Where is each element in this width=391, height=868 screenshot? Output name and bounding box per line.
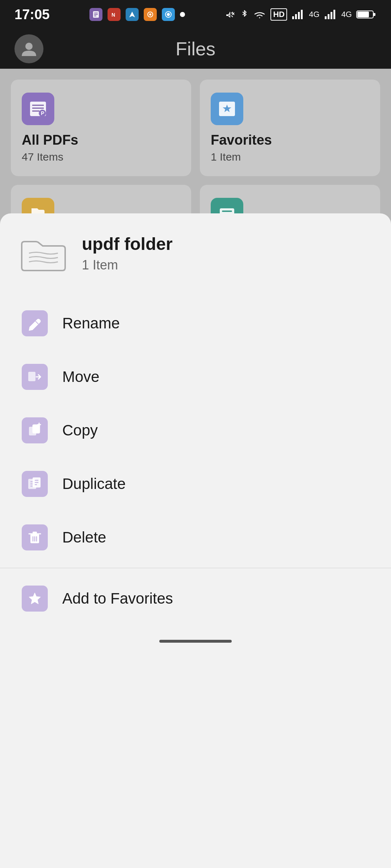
rename-label: Rename <box>62 315 120 332</box>
rename-icon-wrapper <box>22 310 48 336</box>
page-header: Files <box>0 29 391 69</box>
home-indicator <box>159 640 232 643</box>
delete-icon-wrapper <box>22 524 48 550</box>
folder-name-favorites: Favorites <box>211 132 369 148</box>
move-icon-wrapper <box>22 364 48 390</box>
network-label-1: 4G <box>309 10 319 19</box>
app-icon-2: N <box>108 8 121 21</box>
sheet-folder-icon <box>18 231 69 275</box>
svg-rect-17 <box>333 10 335 19</box>
battery-icon <box>356 9 377 20</box>
page-title: Files <box>176 38 215 60</box>
status-right-icons: HD 4G 4G <box>225 8 377 21</box>
status-app-icons: N <box>89 8 185 21</box>
svg-rect-49 <box>33 532 37 534</box>
svg-rect-34 <box>28 372 35 381</box>
trash-icon <box>27 529 43 545</box>
status-bar: 17:05 N HD 4G 4G <box>0 0 391 29</box>
sheet-folder-count: 1 Item <box>82 258 173 273</box>
svg-point-21 <box>25 43 33 50</box>
menu-item-duplicate[interactable]: Duplicate <box>0 457 391 511</box>
delete-label: Delete <box>62 529 106 546</box>
signal-icon-1 <box>291 9 304 20</box>
add-favorites-label: Add to Favorites <box>62 590 173 607</box>
sheet-folder-info: updf folder 1 Item <box>82 234 173 273</box>
copy-label: Copy <box>62 422 98 439</box>
app-icon-4 <box>144 8 157 21</box>
svg-rect-31 <box>222 210 232 212</box>
svg-rect-16 <box>331 12 332 19</box>
menu-list: Rename Move Copy <box>0 289 391 633</box>
svg-rect-14 <box>325 16 327 19</box>
copy-icon <box>27 422 43 438</box>
menu-item-rename[interactable]: Rename <box>0 297 391 350</box>
svg-rect-12 <box>298 12 300 19</box>
star-icon <box>27 591 43 607</box>
svg-text:N: N <box>112 12 115 18</box>
folder-icon-favorites <box>211 93 243 125</box>
folder-icon-all-pdfs: P <box>22 93 54 125</box>
menu-divider <box>0 568 391 568</box>
context-menu-sheet: updf folder 1 Item Rename Move <box>0 213 391 868</box>
folder-name-all-pdfs: All PDFs <box>22 132 180 148</box>
signal-icon-2 <box>324 9 337 20</box>
move-icon <box>27 369 43 385</box>
app-icon-3 <box>126 8 139 21</box>
svg-rect-10 <box>292 16 294 19</box>
mute-icon <box>225 9 236 20</box>
favorites-icon-wrapper <box>22 586 48 612</box>
menu-item-delete[interactable]: Delete <box>0 511 391 564</box>
sheet-folder-name: updf folder <box>82 234 173 254</box>
folder-card-favorites[interactable]: Favorites 1 Item <box>200 80 380 176</box>
bluetooth-icon <box>240 9 249 20</box>
folder-count-favorites: 1 Item <box>211 151 369 163</box>
folder-count-all-pdfs: 47 Items <box>22 151 180 163</box>
user-avatar[interactable] <box>14 34 43 63</box>
network-label-2: 4G <box>341 10 352 19</box>
folder-card-all-pdfs[interactable]: P All PDFs 47 Items <box>11 80 191 176</box>
status-time: 17:05 <box>14 7 50 22</box>
dot-indicator <box>180 12 185 17</box>
svg-rect-15 <box>328 14 329 19</box>
svg-rect-11 <box>295 14 297 19</box>
menu-item-add-favorites[interactable]: Add to Favorites <box>0 572 391 625</box>
duplicate-icon <box>27 476 43 492</box>
app-icon-5 <box>162 8 175 21</box>
svg-marker-53 <box>29 593 41 604</box>
pencil-icon <box>27 315 43 331</box>
svg-rect-19 <box>373 13 375 16</box>
menu-item-copy[interactable]: Copy <box>0 404 391 457</box>
hd-badge: HD <box>270 8 287 21</box>
duplicate-label: Duplicate <box>62 475 126 493</box>
copy-icon-wrapper <box>22 417 48 443</box>
move-label: Move <box>62 368 100 386</box>
app-icon-1 <box>89 8 102 21</box>
svg-rect-13 <box>301 10 303 19</box>
sheet-folder-header: updf folder 1 Item <box>0 213 391 289</box>
svg-text:P: P <box>41 110 44 116</box>
menu-item-move[interactable]: Move <box>0 350 391 404</box>
svg-rect-20 <box>357 12 369 17</box>
wifi-icon <box>253 9 266 20</box>
duplicate-icon-wrapper <box>22 471 48 497</box>
svg-point-6 <box>149 13 151 16</box>
